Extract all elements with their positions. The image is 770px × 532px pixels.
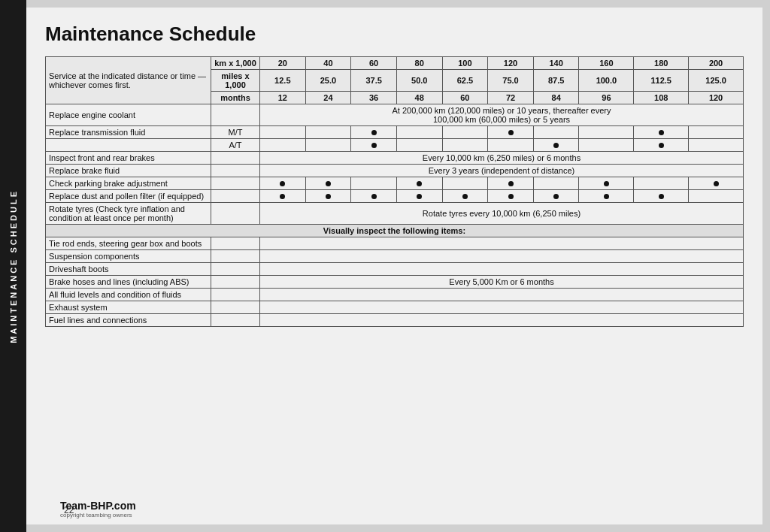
pf-c10 [689,190,744,203]
row-engine-coolant: Replace engine coolant At 200,000 km (12… [46,104,744,126]
mt-c10 [689,126,744,139]
engine-coolant-label: Replace engine coolant [46,104,211,126]
row-rotate-tyres: Rotate tyres (Check tyre inflation and c… [46,203,744,225]
pb-c7 [533,177,579,190]
at-c6 [488,139,534,152]
km-180: 180 [634,57,689,70]
row-fuel-lines: Fuel lines and connections [46,314,744,327]
months-84: 84 [533,92,579,104]
miles-37.5: 37.5 [351,70,397,92]
months-48: 48 [396,92,442,104]
parking-brake-col [211,177,260,190]
fluid-levels-note [260,289,744,301]
mt-c2 [305,126,351,139]
row-brakes: Inspect front and rear brakes Every 10,0… [46,152,744,165]
mt-c7 [533,126,579,139]
driveshaft-col [211,263,260,276]
dot [659,194,664,199]
km-80: 80 [396,57,442,70]
pollen-filter-label: Replace dust and pollen filter (if equip… [46,190,211,203]
brake-hoses-col [211,276,260,289]
sidebar-label: MAINTENANCE SCHEDULE [9,189,18,343]
km-200: 200 [689,57,744,70]
rotate-tyres-note: Rotate tyres every 10,000 km (6,250 mile… [260,203,744,225]
exhaust-label: Exhaust system [46,301,211,314]
pf-c7 [533,190,579,203]
km-160: 160 [579,57,634,70]
dot [326,181,331,186]
at-c9 [634,139,689,152]
watermark-bhp: -BHP.com [87,500,136,512]
mt-c1 [260,126,306,139]
pb-c3 [351,177,397,190]
rotate-tyres-col [211,203,260,225]
dot [417,181,422,186]
dot [371,130,377,135]
pb-c2 [305,177,351,190]
visual-inspect-header-row: Visually inspect the following items: [46,225,744,237]
pf-c1 [260,190,306,203]
row-exhaust: Exhaust system [46,301,744,314]
dot [553,143,559,148]
row-suspension: Suspension components [46,250,744,263]
km-label: km x 1,000 [211,57,260,70]
brake-fluid-col [211,165,260,177]
row-transmission-at: A/T [46,139,744,152]
pb-c10 [689,177,744,190]
at-c5 [442,139,488,152]
dot [604,181,609,186]
exhaust-note [260,301,744,314]
at-c4 [396,139,442,152]
pf-c3 [351,190,397,203]
engine-coolant-note: At 200,000 km (120,000 miles) or 10 year… [260,104,744,126]
row-tie-rod: Tie rod ends, steering gear box and boot… [46,237,744,250]
miles-12.5: 12.5 [260,70,306,92]
brakes-note: Every 10,000 km (6,250 miles) or 6 month… [260,152,744,165]
mt-c4 [396,126,442,139]
km-20: 20 [260,57,306,70]
km-40: 40 [305,57,351,70]
miles-100: 100.0 [579,70,634,92]
transmission-at-empty [46,139,211,152]
pollen-filter-col [211,190,260,203]
mt-c8 [579,126,634,139]
brake-fluid-label: Replace brake fluid [46,165,211,177]
rotate-tyres-label: Rotate tyres (Check tyre inflation and c… [46,203,211,225]
pf-c5 [442,190,488,203]
months-12: 12 [260,92,306,104]
dot [659,143,664,148]
exhaust-col [211,301,260,314]
miles-62.5: 62.5 [442,70,488,92]
pf-c8 [579,190,634,203]
miles-25: 25.0 [305,70,351,92]
page-content: Maintenance Schedule Service at the indi… [26,8,762,524]
fluid-levels-label: All fluid levels and condition of fluids [46,289,211,301]
tie-rod-label: Tie rod ends, steering gear box and boot… [46,237,211,250]
transmission-at-col: A/T [211,139,260,152]
visual-inspect-header: Visually inspect the following items: [46,225,744,237]
transmission-mt-col: M/T [211,126,260,139]
row-brake-fluid: Replace brake fluid Every 3 years (indep… [46,165,744,177]
km-120: 120 [488,57,534,70]
dot [659,130,664,135]
suspension-note [260,250,744,263]
watermark-team: Team [60,500,87,512]
pb-c9 [634,177,689,190]
km-60: 60 [351,57,397,70]
dot [371,143,377,148]
fluid-levels-col [211,289,260,301]
driveshaft-note [260,263,744,276]
dot [417,194,422,199]
at-c10 [689,139,744,152]
sidebar: MAINTENANCE SCHEDULE [0,0,26,532]
parking-brake-label: Check parking brake adjustment [46,177,211,190]
at-c8 [579,139,634,152]
page-title: Maintenance Schedule [45,23,744,46]
brakes-label: Inspect front and rear brakes [46,152,211,165]
brakes-col [211,152,260,165]
miles-112.5: 112.5 [634,70,689,92]
at-c1 [260,139,306,152]
miles-label: miles x 1,000 [211,70,260,92]
dot [280,194,285,199]
miles-75: 75.0 [488,70,534,92]
